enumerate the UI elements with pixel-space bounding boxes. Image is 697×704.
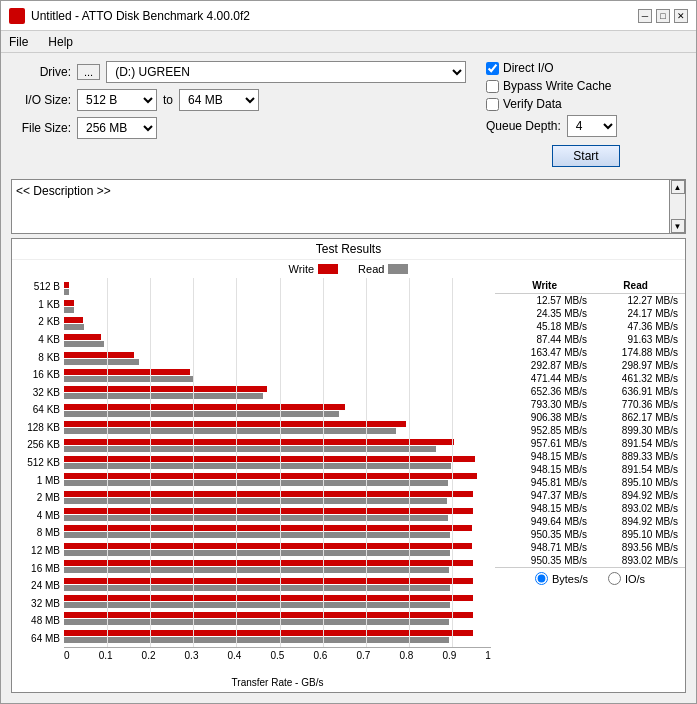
x-tick: 0.1 — [99, 650, 113, 661]
bottom-controls: Bytes/s IO/s — [495, 567, 685, 589]
queue-depth-row: Queue Depth: 4 — [486, 115, 686, 137]
io-size-from-select[interactable]: 512 B — [77, 89, 157, 111]
bar-label: 12 MB — [16, 542, 64, 560]
table-row: 948.71 MB/s893.56 MB/s — [495, 541, 685, 554]
description-scrollbar[interactable]: ▲ ▼ — [669, 180, 685, 233]
read-bar — [64, 446, 436, 452]
io-size-to-select[interactable]: 64 MB — [179, 89, 259, 111]
verify-data-checkbox[interactable] — [486, 98, 499, 111]
window-title: Untitled - ATTO Disk Benchmark 4.00.0f2 — [31, 9, 250, 23]
read-cell: 893.02 MB/s — [593, 555, 678, 566]
read-legend: Read — [358, 263, 408, 275]
bar-label: 24 MB — [16, 577, 64, 595]
x-tick: 0.5 — [271, 650, 285, 661]
read-cell: 770.36 MB/s — [593, 399, 678, 410]
bar-label: 32 MB — [16, 594, 64, 612]
table-row: 652.36 MB/s636.91 MB/s — [495, 385, 685, 398]
config-left: Drive: ... (D:) UGREEN I/O Size: 512 B t… — [11, 61, 466, 167]
read-bar — [64, 532, 450, 538]
write-cell: 952.85 MB/s — [502, 425, 587, 436]
read-cell: 891.54 MB/s — [593, 438, 678, 449]
bytes-radio[interactable] — [535, 572, 548, 585]
table-row: 292.87 MB/s298.97 MB/s — [495, 359, 685, 372]
write-cell: 950.35 MB/s — [502, 555, 587, 566]
write-cell: 948.15 MB/s — [502, 451, 587, 462]
read-bar — [64, 463, 451, 469]
bar-label: 1 KB — [16, 296, 64, 314]
bar-label: 8 MB — [16, 524, 64, 542]
read-cell: 889.33 MB/s — [593, 451, 678, 462]
minimize-button[interactable]: ─ — [638, 9, 652, 23]
write-bar — [64, 491, 473, 497]
bar-label: 48 MB — [16, 612, 64, 630]
write-cell: 948.71 MB/s — [502, 542, 587, 553]
drive-select[interactable]: (D:) UGREEN — [106, 61, 466, 83]
write-cell: 45.18 MB/s — [502, 321, 587, 332]
write-cell: 957.61 MB/s — [502, 438, 587, 449]
write-cell: 948.15 MB/s — [502, 464, 587, 475]
read-bar — [64, 428, 396, 434]
grid-line — [452, 278, 453, 647]
read-cell: 91.63 MB/s — [593, 334, 678, 345]
write-bar — [64, 525, 472, 531]
table-row: 945.81 MB/s895.10 MB/s — [495, 476, 685, 489]
browse-button[interactable]: ... — [77, 64, 100, 80]
scroll-up-arrow[interactable]: ▲ — [671, 180, 685, 194]
x-tick: 0 — [64, 650, 70, 661]
write-cell: 12.57 MB/s — [502, 295, 587, 306]
config-right: Direct I/O Bypass Write Cache Verify Dat… — [486, 61, 686, 167]
bar-label: 1 MB — [16, 471, 64, 489]
write-bar — [64, 369, 190, 375]
grid-line — [236, 278, 237, 647]
read-cell: 895.10 MB/s — [593, 529, 678, 540]
x-tick: 0.9 — [442, 650, 456, 661]
read-bar — [64, 341, 104, 347]
read-bar — [64, 411, 339, 417]
ios-radio[interactable] — [608, 572, 621, 585]
bar-label: 4 MB — [16, 507, 64, 525]
bytes-radio-row: Bytes/s — [535, 572, 588, 585]
table-row: 948.15 MB/s889.33 MB/s — [495, 450, 685, 463]
bar-label: 2 KB — [16, 313, 64, 331]
write-cell: 292.87 MB/s — [502, 360, 587, 371]
bypass-cache-label: Bypass Write Cache — [503, 79, 612, 93]
menu-help[interactable]: Help — [44, 34, 77, 50]
bars-container — [64, 278, 495, 647]
start-button[interactable]: Start — [552, 145, 619, 167]
bar-label: 256 KB — [16, 436, 64, 454]
direct-io-checkbox[interactable] — [486, 62, 499, 75]
data-table: Write Read 12.57 MB/s12.27 MB/s24.35 MB/… — [495, 278, 685, 692]
write-cell: 945.81 MB/s — [502, 477, 587, 488]
file-size-select[interactable]: 256 MB — [77, 117, 157, 139]
bar-label: 16 KB — [16, 366, 64, 384]
read-bar — [64, 602, 450, 608]
to-label: to — [163, 93, 173, 107]
read-bar — [64, 289, 69, 295]
description-text: << Description >> — [16, 184, 111, 198]
read-bar — [64, 550, 450, 556]
file-size-row: File Size: 256 MB — [11, 117, 466, 139]
maximize-button[interactable]: □ — [656, 9, 670, 23]
read-bar — [64, 359, 139, 365]
read-col-header: Read — [623, 280, 647, 291]
bar-label: 128 KB — [16, 419, 64, 437]
bypass-cache-checkbox[interactable] — [486, 80, 499, 93]
scroll-down-arrow[interactable]: ▼ — [671, 219, 685, 233]
x-axis: 00.10.20.30.40.50.60.70.80.91 — [64, 647, 491, 677]
write-bar — [64, 543, 472, 549]
write-cell: 87.44 MB/s — [502, 334, 587, 345]
read-cell: 174.88 MB/s — [593, 347, 678, 358]
queue-depth-select[interactable]: 4 — [567, 115, 617, 137]
x-tick: 0.3 — [185, 650, 199, 661]
read-cell: 899.30 MB/s — [593, 425, 678, 436]
close-button[interactable]: ✕ — [674, 9, 688, 23]
grid-line — [280, 278, 281, 647]
bar-label: 512 B — [16, 278, 64, 296]
table-row: 947.37 MB/s894.92 MB/s — [495, 489, 685, 502]
write-col-header: Write — [532, 280, 557, 291]
menu-file[interactable]: File — [5, 34, 32, 50]
write-cell: 793.30 MB/s — [502, 399, 587, 410]
write-cell: 950.35 MB/s — [502, 529, 587, 540]
write-bar — [64, 630, 473, 636]
write-bar — [64, 595, 473, 601]
